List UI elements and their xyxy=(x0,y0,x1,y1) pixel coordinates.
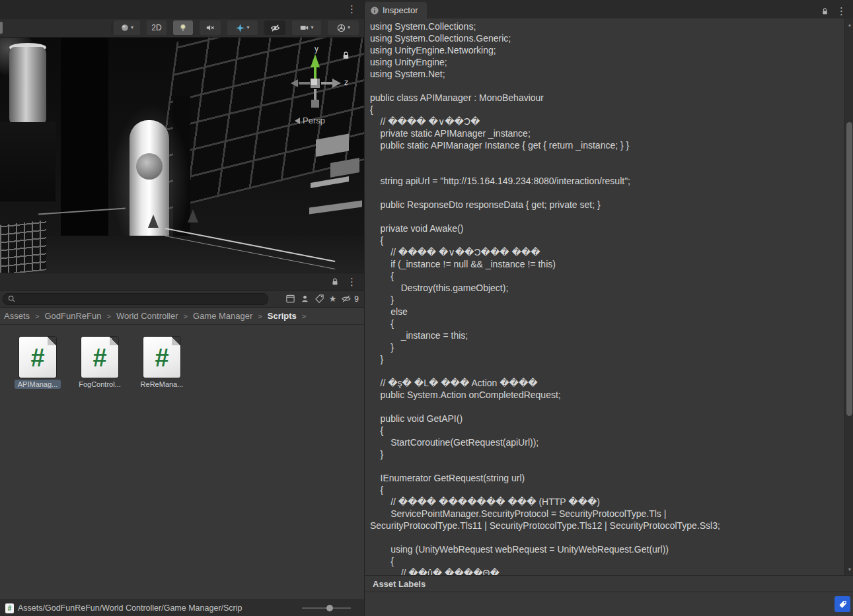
scene-capsule-core xyxy=(136,153,163,180)
code-line: public void GetAPI() xyxy=(370,413,836,425)
code-line: using UnityEngine.Networking; xyxy=(370,44,836,56)
project-asset-item[interactable]: # APIManag... xyxy=(15,337,61,389)
tab-label: Inspector xyxy=(383,5,418,15)
inspector-panel: Inspector ⋮ using System.Collections; us… xyxy=(364,0,853,616)
search-icon xyxy=(7,294,16,303)
lock-icon[interactable] xyxy=(330,277,340,287)
scene-lighting-button[interactable] xyxy=(173,20,193,35)
gizmos-dropdown[interactable]: ▾ xyxy=(328,20,359,35)
asset-label: APIManag... xyxy=(15,380,61,389)
breadcrumb-item[interactable]: Assets xyxy=(4,311,30,321)
tag-icon xyxy=(838,599,848,609)
breadcrumb-item[interactable]: Game Manager xyxy=(193,311,252,321)
code-line: // ���� �∨��Ɔ��� ��� xyxy=(370,246,836,258)
gizmo-z-axis-cone[interactable] xyxy=(332,79,341,88)
code-line: // ���� ������� ��� (HTTP ���) xyxy=(370,496,836,508)
gizmo-y-axis-cone[interactable] xyxy=(311,54,320,67)
kebab-menu-icon[interactable]: ⋮ xyxy=(345,277,359,287)
scrollbar-thumb[interactable] xyxy=(846,122,852,416)
icon-size-slider[interactable] xyxy=(302,607,351,609)
csharp-hash-glyph: # xyxy=(30,345,44,370)
code-line: // ���� �∨��Ɔ� xyxy=(370,116,836,127)
code-line: { xyxy=(370,425,836,436)
search-box[interactable] xyxy=(3,293,268,305)
scene-machine-base xyxy=(0,122,56,201)
left-panel: ⋮ ▾ 2D xyxy=(0,0,364,616)
breadcrumb-item[interactable]: Scripts xyxy=(268,311,297,321)
breadcrumb-item[interactable]: World Controller xyxy=(116,311,178,321)
orientation-gizmo[interactable]: y z Persp xyxy=(291,46,362,138)
shaded-sphere-icon xyxy=(120,23,130,32)
lock-icon[interactable] xyxy=(821,7,829,16)
kebab-menu-icon[interactable]: ⋮ xyxy=(834,6,848,16)
code-line: using System.Collections; xyxy=(370,20,836,32)
scroll-down-arrow[interactable]: ▼ xyxy=(845,565,853,574)
tab-inspector[interactable]: Inspector xyxy=(365,2,427,18)
csharp-script-icon-small: # xyxy=(5,603,14,613)
code-line xyxy=(370,365,836,377)
scene-camera-dropdown[interactable]: ▾ xyxy=(292,20,321,35)
gizmo-wheel-icon xyxy=(336,23,346,33)
lock-icon xyxy=(341,50,351,61)
kebab-menu-icon[interactable]: ⋮ xyxy=(345,4,359,14)
perspective-label: Persp xyxy=(303,116,325,125)
code-line: // �ş� �L� ��� Action ���� xyxy=(370,377,836,389)
chevron-right-icon: > xyxy=(184,312,188,320)
slider-handle[interactable] xyxy=(326,605,333,611)
gizmo-x-axis-stem xyxy=(299,82,310,85)
code-line: public System.Action onCompletedRequest; xyxy=(370,389,836,401)
filter-by-label-icon[interactable] xyxy=(315,294,324,304)
filter-by-type-icon[interactable] xyxy=(300,294,310,304)
chevron-down-icon: ▾ xyxy=(348,25,350,30)
project-search-input[interactable] xyxy=(19,294,264,304)
scene-effects-dropdown[interactable]: ▾ xyxy=(227,20,258,35)
project-asset-item[interactable]: # FogControl... xyxy=(77,337,123,389)
code-line: { xyxy=(370,270,836,282)
gizmo-perspective-toggle[interactable]: Persp xyxy=(295,116,325,125)
scene-audio-button[interactable] xyxy=(200,20,221,35)
gizmo-down-axis-cone[interactable] xyxy=(311,100,319,108)
inspector-scrollbar[interactable]: ▲ ▼ xyxy=(844,18,853,575)
lightbulb-icon xyxy=(178,23,188,32)
code-line: using (UnityWebRequest webRequest = Unit… xyxy=(370,543,836,555)
scene-viewport[interactable]: y z Persp xyxy=(0,38,364,273)
asset-labels-body xyxy=(365,592,853,616)
chevron-right-icon: > xyxy=(258,312,262,320)
code-line: ServicePointManager.SecurityProtocol = S… xyxy=(370,508,836,520)
hidden-objects-button[interactable] xyxy=(264,20,285,35)
gizmo-center-cube[interactable] xyxy=(311,79,320,88)
toggle-2d-button[interactable]: 2D xyxy=(147,20,167,35)
project-file-grid[interactable]: # APIManag... # FogControl... # xyxy=(0,325,364,599)
asset-label: FogControl... xyxy=(75,380,124,389)
project-asset-item[interactable]: # ReReMana... xyxy=(139,337,185,389)
hidden-count-eye-icon[interactable] xyxy=(341,294,352,304)
asset-label-tag-button[interactable] xyxy=(834,596,850,612)
favorites-star-icon[interactable]: ★ xyxy=(329,294,337,303)
toggle-2d-label: 2D xyxy=(151,23,161,32)
code-line: if (_instance != null && _instance != th… xyxy=(370,258,836,270)
code-line: _instance = this; xyxy=(370,329,836,341)
gizmo-y-axis-stem xyxy=(314,67,316,79)
open-panel-icon[interactable] xyxy=(285,294,295,304)
effects-sparkle-icon xyxy=(235,23,245,33)
asset-labels-header: Asset Labels xyxy=(365,575,853,592)
shading-mode-dropdown[interactable]: ▾ xyxy=(114,20,140,35)
code-line: private static APIManager _instance; xyxy=(370,127,836,139)
code-line xyxy=(370,211,836,222)
csharp-hash-glyph: # xyxy=(155,345,168,370)
chevron-right-icon: > xyxy=(35,312,39,320)
chevron-down-icon: ▾ xyxy=(131,25,133,30)
gizmo-x-axis-cone[interactable] xyxy=(291,79,298,87)
selected-asset-path: Assets/GodFunReFun/World Controller/Game… xyxy=(18,603,242,613)
inspector-tab-bar: Inspector ⋮ xyxy=(365,0,853,18)
project-status-bar: # Assets/GodFunReFun/World Controller/Ga… xyxy=(0,599,364,616)
scroll-up-arrow[interactable]: ▲ xyxy=(845,20,853,29)
asset-labels-title: Asset Labels xyxy=(373,579,426,589)
page-fold xyxy=(110,337,118,345)
scene-machine-cylinder xyxy=(9,47,46,125)
code-line: IEnumerator GetRequest(string url) xyxy=(370,472,836,484)
page-fold xyxy=(48,337,56,345)
code-line: } xyxy=(370,353,836,365)
code-line: string apiUrl = "http://15.164.149.234:8… xyxy=(370,175,836,187)
breadcrumb-item[interactable]: GodFunReFun xyxy=(44,311,101,321)
